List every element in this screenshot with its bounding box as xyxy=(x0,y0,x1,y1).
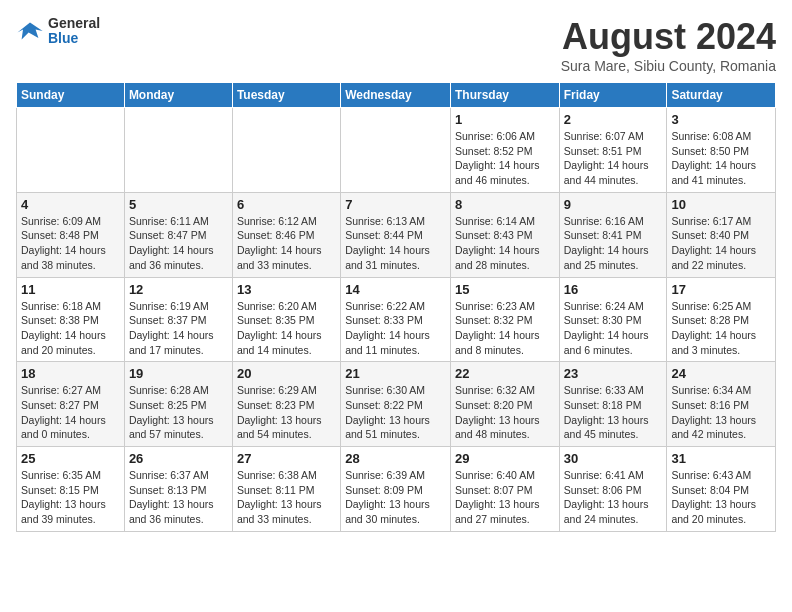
day-info: Sunrise: 6:41 AM Sunset: 8:06 PM Dayligh… xyxy=(564,468,663,527)
day-info: Sunrise: 6:20 AM Sunset: 8:35 PM Dayligh… xyxy=(237,299,336,358)
day-number: 26 xyxy=(129,451,228,466)
day-info: Sunrise: 6:16 AM Sunset: 8:41 PM Dayligh… xyxy=(564,214,663,273)
calendar-cell: 29Sunrise: 6:40 AM Sunset: 8:07 PM Dayli… xyxy=(450,447,559,532)
calendar-cell xyxy=(341,108,451,193)
day-info: Sunrise: 6:35 AM Sunset: 8:15 PM Dayligh… xyxy=(21,468,120,527)
day-info: Sunrise: 6:13 AM Sunset: 8:44 PM Dayligh… xyxy=(345,214,446,273)
day-info: Sunrise: 6:22 AM Sunset: 8:33 PM Dayligh… xyxy=(345,299,446,358)
day-info: Sunrise: 6:34 AM Sunset: 8:16 PM Dayligh… xyxy=(671,383,771,442)
calendar-cell: 10Sunrise: 6:17 AM Sunset: 8:40 PM Dayli… xyxy=(667,192,776,277)
month-title: August 2024 xyxy=(561,16,776,58)
day-number: 10 xyxy=(671,197,771,212)
logo: General Blue xyxy=(16,16,100,47)
calendar-cell: 15Sunrise: 6:23 AM Sunset: 8:32 PM Dayli… xyxy=(450,277,559,362)
day-info: Sunrise: 6:30 AM Sunset: 8:22 PM Dayligh… xyxy=(345,383,446,442)
calendar-cell: 4Sunrise: 6:09 AM Sunset: 8:48 PM Daylig… xyxy=(17,192,125,277)
calendar-header-thursday: Thursday xyxy=(450,83,559,108)
calendar-cell xyxy=(232,108,340,193)
calendar-cell: 30Sunrise: 6:41 AM Sunset: 8:06 PM Dayli… xyxy=(559,447,667,532)
calendar-cell: 1Sunrise: 6:06 AM Sunset: 8:52 PM Daylig… xyxy=(450,108,559,193)
day-info: Sunrise: 6:19 AM Sunset: 8:37 PM Dayligh… xyxy=(129,299,228,358)
calendar-week-row: 18Sunrise: 6:27 AM Sunset: 8:27 PM Dayli… xyxy=(17,362,776,447)
calendar-cell: 2Sunrise: 6:07 AM Sunset: 8:51 PM Daylig… xyxy=(559,108,667,193)
calendar-cell xyxy=(17,108,125,193)
calendar-cell: 11Sunrise: 6:18 AM Sunset: 8:38 PM Dayli… xyxy=(17,277,125,362)
calendar-cell xyxy=(124,108,232,193)
calendar-cell: 14Sunrise: 6:22 AM Sunset: 8:33 PM Dayli… xyxy=(341,277,451,362)
day-info: Sunrise: 6:07 AM Sunset: 8:51 PM Dayligh… xyxy=(564,129,663,188)
calendar-week-row: 11Sunrise: 6:18 AM Sunset: 8:38 PM Dayli… xyxy=(17,277,776,362)
day-info: Sunrise: 6:39 AM Sunset: 8:09 PM Dayligh… xyxy=(345,468,446,527)
day-number: 25 xyxy=(21,451,120,466)
day-number: 20 xyxy=(237,366,336,381)
day-info: Sunrise: 6:29 AM Sunset: 8:23 PM Dayligh… xyxy=(237,383,336,442)
calendar-cell: 22Sunrise: 6:32 AM Sunset: 8:20 PM Dayli… xyxy=(450,362,559,447)
day-number: 27 xyxy=(237,451,336,466)
calendar-header-sunday: Sunday xyxy=(17,83,125,108)
day-number: 30 xyxy=(564,451,663,466)
day-info: Sunrise: 6:17 AM Sunset: 8:40 PM Dayligh… xyxy=(671,214,771,273)
calendar-header-wednesday: Wednesday xyxy=(341,83,451,108)
calendar-cell: 27Sunrise: 6:38 AM Sunset: 8:11 PM Dayli… xyxy=(232,447,340,532)
day-info: Sunrise: 6:23 AM Sunset: 8:32 PM Dayligh… xyxy=(455,299,555,358)
day-number: 13 xyxy=(237,282,336,297)
day-number: 5 xyxy=(129,197,228,212)
calendar-week-row: 4Sunrise: 6:09 AM Sunset: 8:48 PM Daylig… xyxy=(17,192,776,277)
day-info: Sunrise: 6:38 AM Sunset: 8:11 PM Dayligh… xyxy=(237,468,336,527)
calendar-cell: 19Sunrise: 6:28 AM Sunset: 8:25 PM Dayli… xyxy=(124,362,232,447)
day-info: Sunrise: 6:12 AM Sunset: 8:46 PM Dayligh… xyxy=(237,214,336,273)
page-header: General Blue August 2024 Sura Mare, Sibi… xyxy=(16,16,776,74)
calendar-table: SundayMondayTuesdayWednesdayThursdayFrid… xyxy=(16,82,776,532)
day-info: Sunrise: 6:09 AM Sunset: 8:48 PM Dayligh… xyxy=(21,214,120,273)
day-info: Sunrise: 6:11 AM Sunset: 8:47 PM Dayligh… xyxy=(129,214,228,273)
calendar-week-row: 1Sunrise: 6:06 AM Sunset: 8:52 PM Daylig… xyxy=(17,108,776,193)
location-subtitle: Sura Mare, Sibiu County, Romania xyxy=(561,58,776,74)
calendar-cell: 9Sunrise: 6:16 AM Sunset: 8:41 PM Daylig… xyxy=(559,192,667,277)
calendar-cell: 25Sunrise: 6:35 AM Sunset: 8:15 PM Dayli… xyxy=(17,447,125,532)
day-info: Sunrise: 6:43 AM Sunset: 8:04 PM Dayligh… xyxy=(671,468,771,527)
calendar-cell: 20Sunrise: 6:29 AM Sunset: 8:23 PM Dayli… xyxy=(232,362,340,447)
day-number: 2 xyxy=(564,112,663,127)
day-info: Sunrise: 6:14 AM Sunset: 8:43 PM Dayligh… xyxy=(455,214,555,273)
logo-line2: Blue xyxy=(48,31,100,46)
day-number: 15 xyxy=(455,282,555,297)
day-number: 1 xyxy=(455,112,555,127)
calendar-cell: 17Sunrise: 6:25 AM Sunset: 8:28 PM Dayli… xyxy=(667,277,776,362)
day-number: 3 xyxy=(671,112,771,127)
day-info: Sunrise: 6:06 AM Sunset: 8:52 PM Dayligh… xyxy=(455,129,555,188)
day-number: 9 xyxy=(564,197,663,212)
day-number: 28 xyxy=(345,451,446,466)
day-number: 19 xyxy=(129,366,228,381)
day-info: Sunrise: 6:08 AM Sunset: 8:50 PM Dayligh… xyxy=(671,129,771,188)
day-number: 6 xyxy=(237,197,336,212)
calendar-cell: 12Sunrise: 6:19 AM Sunset: 8:37 PM Dayli… xyxy=(124,277,232,362)
calendar-cell: 3Sunrise: 6:08 AM Sunset: 8:50 PM Daylig… xyxy=(667,108,776,193)
day-info: Sunrise: 6:32 AM Sunset: 8:20 PM Dayligh… xyxy=(455,383,555,442)
day-info: Sunrise: 6:27 AM Sunset: 8:27 PM Dayligh… xyxy=(21,383,120,442)
day-number: 4 xyxy=(21,197,120,212)
day-number: 7 xyxy=(345,197,446,212)
day-number: 31 xyxy=(671,451,771,466)
logo-icon xyxy=(16,17,44,45)
day-number: 22 xyxy=(455,366,555,381)
day-info: Sunrise: 6:40 AM Sunset: 8:07 PM Dayligh… xyxy=(455,468,555,527)
calendar-cell: 7Sunrise: 6:13 AM Sunset: 8:44 PM Daylig… xyxy=(341,192,451,277)
calendar-cell: 8Sunrise: 6:14 AM Sunset: 8:43 PM Daylig… xyxy=(450,192,559,277)
calendar-cell: 21Sunrise: 6:30 AM Sunset: 8:22 PM Dayli… xyxy=(341,362,451,447)
day-number: 17 xyxy=(671,282,771,297)
day-number: 18 xyxy=(21,366,120,381)
calendar-body: 1Sunrise: 6:06 AM Sunset: 8:52 PM Daylig… xyxy=(17,108,776,532)
day-number: 23 xyxy=(564,366,663,381)
svg-marker-0 xyxy=(17,23,42,40)
calendar-cell: 6Sunrise: 6:12 AM Sunset: 8:46 PM Daylig… xyxy=(232,192,340,277)
day-info: Sunrise: 6:24 AM Sunset: 8:30 PM Dayligh… xyxy=(564,299,663,358)
logo-line1: General xyxy=(48,16,100,31)
day-info: Sunrise: 6:28 AM Sunset: 8:25 PM Dayligh… xyxy=(129,383,228,442)
day-info: Sunrise: 6:37 AM Sunset: 8:13 PM Dayligh… xyxy=(129,468,228,527)
calendar-header-tuesday: Tuesday xyxy=(232,83,340,108)
day-info: Sunrise: 6:33 AM Sunset: 8:18 PM Dayligh… xyxy=(564,383,663,442)
day-number: 12 xyxy=(129,282,228,297)
calendar-header-friday: Friday xyxy=(559,83,667,108)
title-block: August 2024 Sura Mare, Sibiu County, Rom… xyxy=(561,16,776,74)
day-info: Sunrise: 6:18 AM Sunset: 8:38 PM Dayligh… xyxy=(21,299,120,358)
